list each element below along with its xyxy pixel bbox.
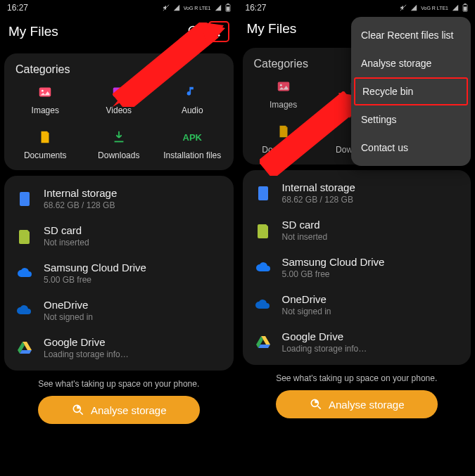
svg-rect-20	[464, 4, 467, 5]
category-audio[interactable]: Audio	[156, 83, 229, 115]
download-icon	[110, 128, 128, 146]
page-title: My Files	[8, 24, 187, 39]
sdcard-icon	[15, 227, 34, 245]
storage-samsung-cloud[interactable]: Samsung Cloud Drive5.00 GB free	[7, 255, 231, 292]
svg-rect-3	[226, 7, 229, 11]
analyse-icon	[71, 403, 85, 417]
more-button[interactable]	[208, 21, 229, 42]
category-images[interactable]: Images	[8, 83, 82, 115]
document-icon	[274, 122, 293, 141]
svg-rect-25	[258, 186, 268, 200]
menu-clear-recent[interactable]: Clear Recent files list	[351, 21, 471, 49]
storage-card: Internal storage68.62 GB / 128 GB SD car…	[243, 170, 471, 365]
svg-point-6	[217, 27, 220, 29]
svg-rect-2	[227, 4, 229, 5]
image-icon	[36, 83, 54, 101]
analyse-button[interactable]: Analyse storage	[276, 390, 438, 418]
apk-icon: APK	[183, 128, 201, 146]
samsung-cloud-icon	[15, 264, 34, 283]
footer-text: See what's taking up space on your phone…	[239, 373, 476, 383]
status-icons: VoG R LTE1	[163, 4, 231, 12]
svg-line-14	[80, 412, 82, 415]
svg-line-5	[196, 34, 199, 37]
storage-onedrive[interactable]: OneDriveNot signed in	[246, 286, 469, 323]
storage-internal[interactable]: Internal storage68.62 GB / 128 GB	[7, 180, 231, 217]
audio-icon	[183, 83, 201, 101]
svg-point-8	[217, 34, 220, 37]
onedrive-icon	[254, 296, 272, 314]
sdcard-icon	[254, 221, 272, 240]
overflow-menu: Clear Recent files list Analyse storage …	[351, 17, 471, 166]
googledrive-icon	[254, 333, 272, 352]
storage-onedrive[interactable]: OneDriveNot signed in	[7, 292, 231, 329]
status-time: 16:27	[7, 3, 28, 13]
image-icon	[274, 77, 293, 96]
document-icon	[36, 128, 54, 146]
menu-settings[interactable]: Settings	[351, 105, 471, 134]
category-videos[interactable]: Videos	[82, 83, 156, 115]
phone-storage-icon	[15, 190, 34, 208]
menu-analyse-storage[interactable]: Analyse storage	[351, 49, 471, 77]
phone-storage-icon	[254, 184, 272, 202]
footer-text: See what's taking up space on your phone…	[0, 379, 238, 389]
onedrive-icon	[15, 302, 34, 320]
menu-contact-us[interactable]: Contact us	[351, 134, 471, 162]
svg-rect-12	[20, 192, 30, 206]
storage-google-drive[interactable]: Google DriveLoading storage info…	[246, 323, 469, 361]
storage-samsung-cloud[interactable]: Samsung Cloud Drive5.00 GB free	[246, 249, 469, 286]
video-icon	[110, 83, 128, 101]
storage-card: Internal storage68.62 GB / 128 GB SD car…	[4, 176, 234, 371]
storage-google-drive[interactable]: Google DriveLoading storage info…	[7, 329, 231, 366]
svg-line-27	[317, 406, 320, 409]
category-downloads[interactable]: Downloads	[82, 128, 156, 160]
statusbar: 16:27 VoG R LTE1	[239, 0, 476, 15]
search-icon[interactable]	[187, 25, 201, 39]
header: My Files	[0, 15, 238, 51]
svg-point-23	[280, 84, 282, 86]
category-documents[interactable]: Documents	[8, 128, 82, 160]
status-time: 16:27	[246, 3, 267, 13]
svg-point-7	[217, 31, 220, 33]
categories-title: Categories	[8, 62, 229, 83]
more-vert-icon	[213, 25, 225, 38]
analyse-button[interactable]: Analyse storage	[38, 396, 200, 424]
svg-point-4	[189, 27, 197, 35]
category-documents[interactable]: Documents	[247, 122, 320, 155]
storage-sdcard[interactable]: SD cardNot inserted	[7, 217, 231, 255]
category-images[interactable]: Images	[247, 77, 320, 110]
storage-sdcard[interactable]: SD cardNot inserted	[246, 212, 469, 249]
googledrive-icon	[15, 339, 34, 357]
status-icons: VoG R LTE1	[400, 4, 468, 12]
phone-left: 16:27 VoG R LTE1 My Files Categories Ima…	[0, 0, 238, 476]
menu-recycle-bin[interactable]: Recycle bin	[354, 77, 468, 105]
categories-card: Categories Images Videos Audio Documents…	[4, 53, 234, 170]
samsung-cloud-icon	[254, 259, 272, 277]
analyse-icon	[309, 397, 323, 411]
svg-rect-21	[464, 7, 467, 11]
svg-point-10	[42, 90, 44, 92]
category-apk[interactable]: APK Installation files	[156, 128, 229, 160]
storage-internal[interactable]: Internal storage68.62 GB / 128 GB	[246, 174, 469, 212]
statusbar: 16:27 VoG R LTE1	[0, 0, 238, 15]
phone-right: 16:27 VoG R LTE1 My Files Categories Ima…	[238, 0, 476, 476]
